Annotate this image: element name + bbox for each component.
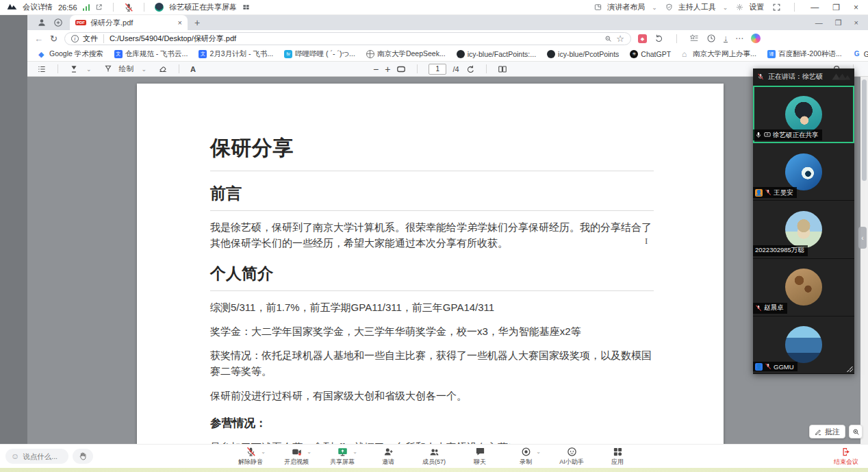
browser-maximize-button[interactable]: ❐	[835, 18, 842, 27]
share-screen-button[interactable]: 共享屏幕 ⌄	[327, 446, 358, 467]
favorites-bar-icon[interactable]	[689, 34, 699, 43]
more-menu-icon[interactable]: ⋯	[735, 34, 743, 43]
video-options-caret[interactable]: ⌄	[307, 449, 311, 455]
members-button[interactable]: 成员(57)	[418, 446, 450, 467]
meeting-detail-button[interactable]: 会议详情	[23, 2, 53, 12]
chat-input-pill[interactable]: ☺	[5, 449, 68, 464]
eraser-icon[interactable]	[158, 64, 168, 74]
bookmark-item[interactable]: ⌂南京大学网上办事...	[682, 49, 756, 59]
participant-tile[interactable]: 👤 王旻安	[753, 143, 854, 201]
highlighter-dropdown[interactable]: ⌄	[86, 66, 92, 73]
end-meeting-button[interactable]: 结束会议	[834, 447, 858, 467]
participant-tile[interactable]: 徐艺硕正在共享	[753, 86, 854, 143]
annotate-button[interactable]: 批注	[809, 425, 845, 438]
bookmark-item[interactable]: 南京大学DeepSeek...	[366, 49, 446, 59]
history-icon[interactable]	[706, 34, 716, 43]
browser-tab[interactable]: PDF 保研分享.pdf ×	[70, 15, 188, 30]
control-buttons: 解除静音 ⌄ 开启视频 ⌄ 共享屏幕 ⌄ 邀请 成员(57) 聊天 录制 ⌄	[235, 446, 633, 467]
scrollbar-thumb[interactable]	[862, 79, 867, 181]
bookmark-item[interactable]: 文2月3月计划 - 飞书...	[199, 49, 273, 59]
meeting-minimize-button[interactable]: —	[808, 3, 821, 12]
participant-label: 👤 GGMU	[753, 362, 797, 371]
downloads-icon[interactable]: ↓	[724, 35, 728, 42]
meeting-maximize-button[interactable]: ❐	[830, 3, 843, 12]
copilot-icon[interactable]	[751, 34, 761, 43]
url-field[interactable]: i 文件 C:/Users/54904/Desktop/保研分享.pdf ☆	[64, 32, 631, 45]
draw-label[interactable]: 绘制	[119, 64, 134, 74]
back-button[interactable]: ←	[34, 34, 43, 44]
doc-heading: 前言	[210, 183, 654, 211]
start-video-button[interactable]: 开启视频 ⌄	[281, 446, 312, 467]
pdf-content-area[interactable]: 保研分享 前言 我是徐艺硕，保研到了南京大学计算机系。很荣幸能给学弟学妹们分享保…	[27, 77, 868, 472]
settings-button[interactable]: 设置	[736, 2, 764, 12]
participant-tile[interactable]: 2022302985万聪	[753, 201, 854, 258]
new-tab-button[interactable]: +	[194, 17, 200, 28]
popout-icon[interactable]	[95, 3, 103, 11]
workspaces-icon[interactable]	[53, 18, 63, 27]
doc-paragraph: 我是徐艺硕，保研到了南京大学计算机系。很荣幸能给学弟学妹们分享保研经历。我的分享…	[210, 219, 654, 251]
extension-refresh-icon[interactable]	[654, 34, 664, 43]
doc-paragraph: 获奖情况：依托足球机器人基地和一些自主比赛，获得了一些机器人大赛国家级奖项，以及…	[210, 347, 654, 380]
zoom-in-button[interactable]: +	[385, 64, 390, 75]
browser-close-button[interactable]: ×	[854, 18, 858, 27]
draw-pen-icon[interactable]	[103, 64, 113, 74]
fit-page-icon[interactable]	[396, 64, 406, 74]
favorite-star-icon[interactable]: ☆	[616, 34, 624, 44]
raise-hand-button[interactable]	[73, 449, 93, 464]
bookmark-item[interactable]: icy-blue/PcotPoints	[547, 50, 619, 58]
profile-icon[interactable]	[37, 18, 47, 27]
github-icon	[457, 50, 465, 58]
doc-subheading: 参营情况：	[210, 416, 654, 431]
invite-person-icon	[383, 447, 394, 457]
read-aloud-icon[interactable]: A	[190, 65, 196, 73]
browser-minimize-button[interactable]: —	[815, 18, 823, 27]
chat-input[interactable]	[23, 452, 64, 460]
zoom-page-icon[interactable]	[604, 35, 612, 42]
zoom-out-button[interactable]: −	[373, 64, 379, 75]
rotate-icon[interactable]	[465, 64, 475, 74]
highlighter-icon[interactable]	[69, 64, 79, 74]
participant-tile[interactable]: 👤 GGMU	[753, 316, 854, 374]
extension-icon[interactable]: ◆	[638, 34, 647, 43]
record-options-caret[interactable]: ⌄	[536, 449, 541, 455]
meeting-close-button[interactable]: ×	[851, 3, 861, 12]
ai-assistant-button[interactable]: AI小助手	[556, 446, 587, 467]
participant-label: 2022302985万聪	[753, 245, 808, 256]
bookmark-item[interactable]: tv哔哩哔哩 ( ´- ´)つ...	[284, 49, 355, 59]
emoji-icon[interactable]: ☺	[11, 451, 19, 461]
meeting-app-logo	[7, 2, 17, 12]
record-button[interactable]: 录制 ⌄	[510, 446, 541, 467]
bookmark-item[interactable]: ✳ChatGPT	[630, 50, 671, 58]
layout-button[interactable]: 演讲者布局⌄	[594, 2, 657, 12]
mic-options-caret[interactable]: ⌄	[261, 449, 266, 455]
draw-dropdown[interactable]: ⌄	[142, 66, 147, 73]
bookmark-item[interactable]: GGoogle	[853, 50, 868, 58]
page-info-icon[interactable]: i	[71, 35, 79, 42]
tab-close-button[interactable]: ×	[178, 18, 182, 27]
panel-resize-handle[interactable]	[846, 365, 853, 372]
mic-muted-icon[interactable]	[124, 3, 133, 12]
toc-icon[interactable]	[37, 64, 47, 74]
panel-collapse-handle[interactable]: ‹	[858, 227, 867, 249]
unmute-button[interactable]: 解除静音 ⌄	[235, 446, 266, 467]
reload-button[interactable]: ↻	[50, 34, 58, 44]
bookmark-item[interactable]: 文仓库规范 - 飞书云...	[114, 49, 188, 59]
participant-avatar	[785, 326, 822, 363]
zoom-tool-button[interactable]	[849, 425, 863, 438]
page-view-icon[interactable]	[498, 64, 507, 74]
host-tools-button[interactable]: 主持人工具⌄	[665, 2, 728, 12]
fullscreen-icon[interactable]	[772, 3, 781, 12]
view-grid-icon[interactable]	[242, 3, 250, 11]
page-number-input[interactable]	[429, 64, 446, 75]
share-options-caret[interactable]: ⌄	[353, 449, 357, 455]
bookmark-item[interactable]: ◆Google 学术搜索	[38, 49, 103, 59]
invite-button[interactable]: 邀请	[372, 446, 404, 467]
bookmark-item[interactable]: icy-blue/FactPoints:...	[457, 50, 536, 58]
chat-button[interactable]: 聊天	[464, 446, 496, 467]
participant-label: 赵晨卓	[753, 303, 787, 314]
apps-button[interactable]: 应用	[602, 446, 633, 467]
participant-tile[interactable]: 赵晨卓	[753, 259, 854, 316]
pdf-scrollbar[interactable]	[860, 77, 868, 472]
bookmark-item[interactable]: 译百度翻译-200种语...	[767, 49, 842, 59]
doc-title: 保研分享	[210, 134, 654, 171]
